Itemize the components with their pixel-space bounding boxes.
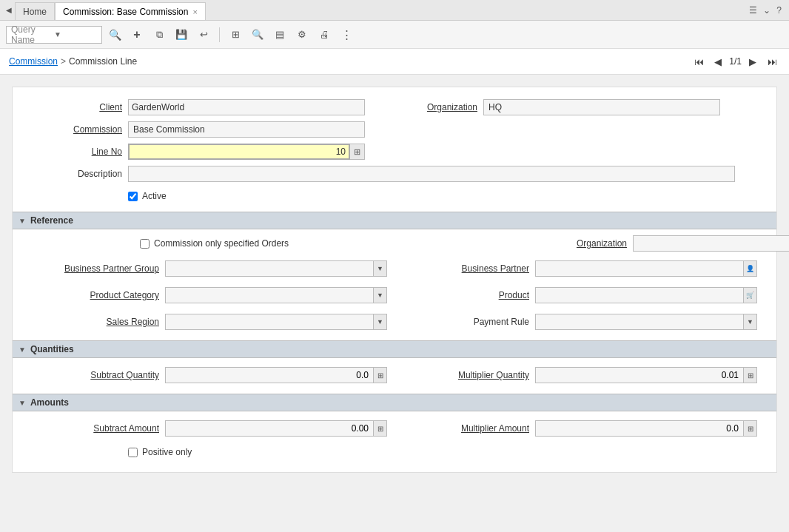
zoom-button[interactable]: 🔍	[248, 25, 267, 44]
commission-row: Commission	[13, 121, 776, 138]
lineno-label: Line No	[24, 147, 128, 157]
product-cart-icon[interactable]: 🛒	[744, 287, 757, 303]
grid-button[interactable]: ⊞	[226, 25, 245, 44]
reference-section-header[interactable]: ▼ Reference	[13, 212, 776, 229]
active-row: Active	[13, 188, 776, 204]
product-cat-input[interactable]	[165, 287, 374, 303]
toolbar-separator	[219, 27, 220, 42]
payment-rule-field: ▼	[535, 314, 757, 330]
multiplier-amount-input[interactable]	[535, 420, 744, 437]
bp-group-dropdown-btn[interactable]: ▼	[374, 260, 387, 277]
multiplier-qty-calc-btn[interactable]: ⊞	[744, 367, 757, 383]
bp-field: 👤	[535, 260, 757, 277]
save-button[interactable]: 💾	[172, 25, 191, 44]
copy-button[interactable]: ⧉	[150, 25, 169, 44]
product-row: Product Category ▼ Product 🛒	[13, 284, 776, 306]
nav-last-btn[interactable]: ⏭	[764, 53, 780, 70]
multiplier-amount-label: Multiplier Amount	[417, 423, 535, 434]
quantities-toggle-icon: ▼	[19, 346, 26, 354]
collapse-btn[interactable]: ◀	[3, 0, 15, 21]
commission-orders-label: Commission only specified Orders	[154, 238, 289, 249]
client-input[interactable]	[128, 99, 365, 115]
subtract-qty-input[interactable]	[165, 367, 374, 383]
description-row: Description	[13, 166, 776, 182]
payment-rule-input[interactable]	[535, 314, 744, 330]
bp-group-input[interactable]	[165, 260, 374, 277]
subtract-qty-field: ⊞	[165, 367, 387, 383]
reference-toggle-icon: ▼	[19, 217, 26, 225]
multiplier-amount-group: Multiplier Amount ⊞	[417, 420, 670, 437]
reference-section-title: Reference	[30, 215, 73, 226]
sales-region-input[interactable]	[165, 314, 374, 330]
payment-rule-group: Payment Rule ▼	[417, 314, 667, 330]
help-icon[interactable]: ?	[776, 5, 782, 16]
subtract-amount-input[interactable]	[165, 420, 374, 437]
positive-only-checkbox[interactable]	[128, 448, 138, 457]
product-cat-dropdown-btn[interactable]: ▼	[374, 287, 387, 303]
breadcrumb: Commission > Commission Line ⏮ ◀ 1/1 ▶ ⏭	[0, 49, 789, 75]
commission-input[interactable]	[128, 121, 365, 138]
bp-person-icon[interactable]: 👤	[744, 260, 757, 277]
query-select-text: Query Name	[11, 24, 54, 45]
positive-only-row: Positive only	[13, 444, 776, 460]
subtract-amount-field: ⊞	[165, 420, 387, 437]
bp-group-field: ▼	[165, 260, 387, 277]
nav-first-btn[interactable]: ⏮	[691, 53, 707, 70]
organization-input[interactable]	[483, 99, 720, 115]
multiplier-qty-input[interactable]	[535, 367, 744, 383]
nav-prev-btn[interactable]: ◀	[710, 53, 726, 70]
amounts-section-header[interactable]: ▼ Amounts	[13, 394, 776, 411]
search-button[interactable]: 🔍	[105, 25, 124, 44]
commission-orders-checkbox[interactable]	[140, 239, 150, 249]
product-cat-label: Product Category	[24, 290, 165, 300]
breadcrumb-current: Commission Line	[69, 56, 137, 67]
bp-input[interactable]	[535, 260, 744, 277]
product-input[interactable]	[535, 287, 744, 303]
sales-region-label: Sales Region	[24, 317, 165, 327]
multiplier-amount-field: ⊞	[535, 420, 757, 437]
print-button[interactable]: 🖨	[315, 25, 334, 44]
active-checkbox[interactable]	[128, 192, 138, 201]
sales-region-row: Sales Region ▼ Payment Rule ▼	[13, 311, 776, 333]
payment-rule-label: Payment Rule	[417, 317, 535, 327]
menu-icon[interactable]: ☰	[749, 5, 757, 16]
lineno-input[interactable]	[128, 144, 350, 160]
org-ref-group: Organization ▼	[559, 235, 765, 252]
more-button[interactable]: ⋮	[337, 25, 356, 44]
commission-label: Commission	[24, 124, 128, 135]
add-button[interactable]: +	[127, 25, 147, 44]
description-input[interactable]	[128, 166, 735, 182]
client-label: Client	[24, 102, 128, 112]
nav-next-btn[interactable]: ▶	[745, 53, 761, 70]
amount-row: Subtract Amount ⊞ Multiplier Amount ⊞	[13, 417, 776, 440]
subtract-amount-calc-btn[interactable]: ⊞	[374, 420, 387, 437]
org-ref-label: Organization	[559, 238, 633, 249]
tab-home[interactable]: Home	[15, 2, 55, 20]
payment-rule-dropdown-btn[interactable]: ▼	[744, 314, 757, 330]
quantities-section-title: Quantities	[30, 344, 74, 354]
expand-icon[interactable]: ⌄	[763, 5, 770, 16]
sales-region-dropdown-btn[interactable]: ▼	[374, 314, 387, 330]
undo-button[interactable]: ↩	[194, 25, 213, 44]
tab-commission[interactable]: Commission: Base Commission ×	[55, 2, 206, 20]
settings-button[interactable]: ⚙	[292, 25, 312, 44]
query-select[interactable]: Query Name ▼	[6, 26, 102, 44]
lineno-row: Line No ⊞	[13, 144, 776, 160]
breadcrumb-link[interactable]: Commission	[9, 56, 58, 67]
multiplier-amount-calc-btn[interactable]: ⊞	[744, 420, 757, 437]
lineno-calc-icon[interactable]: ⊞	[350, 144, 365, 160]
list-button[interactable]: ▤	[270, 25, 289, 44]
org-ref-input[interactable]	[633, 235, 789, 252]
subtract-qty-calc-btn[interactable]: ⊞	[374, 367, 387, 383]
lineno-field-group: ⊞	[128, 144, 365, 160]
quantities-section-header[interactable]: ▼ Quantities	[13, 340, 776, 358]
form-card: Client document.querySelector('[data-nam…	[12, 87, 777, 473]
organization-group: Organization	[394, 99, 605, 115]
product-right-group: Product 🛒	[417, 287, 667, 303]
commission-orders-row: Commission only specified Orders Organiz…	[128, 235, 776, 252]
tab-close-btn[interactable]: ×	[192, 7, 197, 16]
tab-bar: ◀ Home Commission: Base Commission × ☰ ⌄…	[0, 0, 789, 21]
bp-row: Business Partner Group ▼ Business Partne…	[13, 257, 776, 280]
org-ref-field: ▼	[633, 235, 789, 252]
breadcrumb-separator: >	[61, 56, 66, 67]
